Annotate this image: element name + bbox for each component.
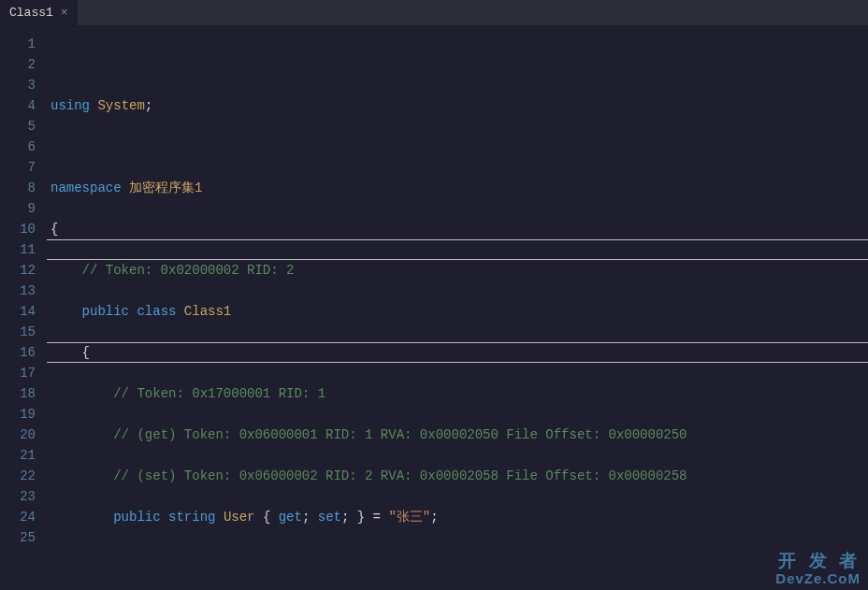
editor-area: 1 2 3 4 5 6 7 8 9 10 11 12 13 14 15 16 1…: [0, 26, 868, 590]
tab-title: Class1: [9, 6, 53, 20]
line-number: 21: [7, 445, 36, 466]
code-content[interactable]: using System; namespace 加密程序集1 { // Toke…: [47, 26, 868, 590]
line-number: 1: [7, 34, 36, 54]
code-line: // Token: 0x02000002 RID: 2: [51, 260, 868, 281]
code-line: namespace 加密程序集1: [51, 178, 868, 198]
line-number: 16: [7, 342, 36, 363]
line-number: 24: [7, 507, 36, 527]
line-number: 7: [7, 157, 36, 178]
line-gutter: 1 2 3 4 5 6 7 8 9 10 11 12 13 14 15 16 1…: [0, 26, 47, 590]
line-number: 13: [7, 281, 36, 301]
line-number: 2: [7, 54, 36, 75]
code-line: public class Class1: [51, 301, 868, 322]
close-icon[interactable]: ×: [61, 6, 68, 20]
code-line: using System;: [51, 95, 868, 116]
code-line: // Token: 0x17000001 RID: 1: [51, 383, 868, 404]
tab-class1[interactable]: Class1 ×: [0, 0, 79, 25]
line-number: 25: [7, 527, 36, 548]
line-number: 6: [7, 137, 36, 157]
line-number: 14: [7, 301, 36, 322]
tab-bar: Class1 ×: [0, 0, 868, 26]
highlight-line-11: [47, 239, 868, 260]
line-number: 18: [7, 383, 36, 404]
watermark: 开 发 者 DevZe.CoM: [775, 552, 861, 586]
line-number: 8: [7, 178, 36, 198]
line-number: 17: [7, 363, 36, 383]
line-number: 11: [7, 239, 36, 260]
code-line: // (set) Token: 0x06000002 RID: 2 RVA: 0…: [51, 466, 868, 486]
watermark-sub: DevZe.CoM: [775, 571, 861, 587]
line-number: 5: [7, 116, 36, 137]
line-number: 9: [7, 198, 36, 219]
watermark-main: 开 发 者: [778, 551, 861, 570]
code-line: // (get) Token: 0x06000001 RID: 1 RVA: 0…: [51, 425, 868, 445]
line-number: 15: [7, 322, 36, 342]
line-number: 22: [7, 466, 36, 486]
code-line: {: [51, 219, 868, 239]
line-number: 20: [7, 425, 36, 445]
line-number: 3: [7, 75, 36, 95]
code-line: [51, 137, 868, 157]
line-number: 10: [7, 219, 36, 239]
line-number: 19: [7, 404, 36, 425]
code-line: public string User { get; set; } = "张三";: [51, 507, 868, 527]
line-number: 4: [7, 95, 36, 116]
code-line: {: [51, 342, 868, 363]
line-number: 23: [7, 486, 36, 507]
line-number: 12: [7, 260, 36, 281]
code-line: [51, 548, 868, 568]
